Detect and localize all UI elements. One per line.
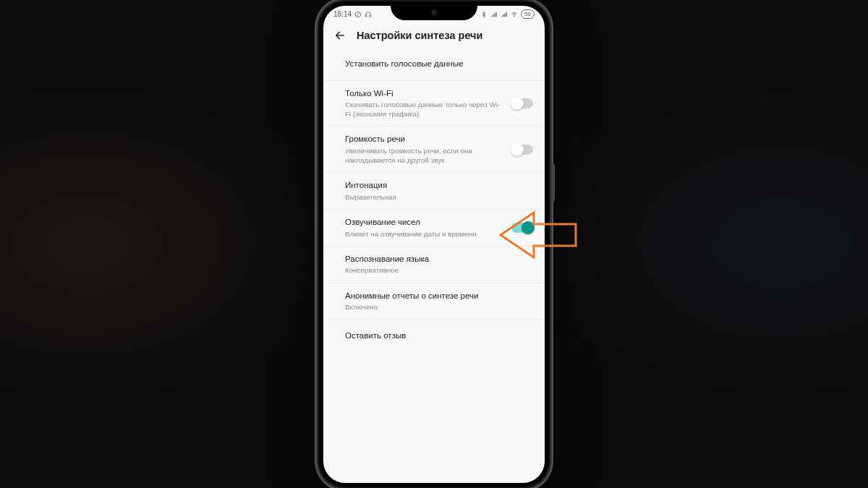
svg-line-1 bbox=[357, 12, 360, 16]
page-title: Настройки синтеза речи bbox=[357, 30, 482, 41]
setting-intonation[interactable]: Интонация Выразительная bbox=[323, 173, 545, 210]
signal-icon-2 bbox=[501, 11, 508, 18]
phone-frame: 18:14 bbox=[319, 1, 549, 487]
setting-install-voice-data[interactable]: Установить голосовые данные bbox=[323, 49, 545, 81]
battery-value: 59 bbox=[524, 10, 531, 18]
bluetooth-icon bbox=[480, 11, 488, 18]
setting-subtitle: Влияет на озвучивание даты и времени bbox=[345, 229, 504, 239]
toggle-wifi-only[interactable] bbox=[511, 98, 533, 108]
svg-rect-3 bbox=[370, 14, 371, 16]
setting-title: Оставить отзыв bbox=[345, 330, 533, 342]
setting-title: Только Wi-Fi bbox=[345, 88, 504, 100]
setting-title: Громкость речи bbox=[345, 134, 504, 145]
setting-subtitle: Выразительная bbox=[345, 192, 533, 202]
camera-dot bbox=[431, 9, 438, 16]
setting-subtitle: Скачивать голосовые данные только через … bbox=[345, 100, 504, 119]
toggle-number-pronunciation[interactable] bbox=[511, 223, 533, 233]
setting-title: Интонация bbox=[345, 180, 533, 192]
setting-speech-volume[interactable]: Громкость речи Увеличивать громкость реч… bbox=[323, 127, 545, 173]
display-notch bbox=[391, 6, 477, 20]
app-bar: Настройки синтеза речи bbox=[323, 23, 545, 49]
setting-subtitle: Увеличивать громкость речи, если она нак… bbox=[345, 146, 504, 165]
setting-anonymous-reports[interactable]: Анонимные отчеты о синтезе речи Включено bbox=[323, 283, 545, 320]
battery-indicator: 59 bbox=[521, 9, 535, 19]
phone-screen: 18:14 bbox=[323, 6, 545, 483]
setting-title: Распознавание языка bbox=[345, 254, 533, 265]
status-time: 18:14 bbox=[333, 10, 352, 18]
setting-subtitle: Консервативное bbox=[345, 265, 533, 275]
setting-title: Установить голосовые данные bbox=[345, 59, 533, 70]
headphones-icon bbox=[365, 11, 372, 18]
svg-rect-2 bbox=[365, 14, 367, 16]
setting-leave-feedback[interactable]: Оставить отзыв bbox=[323, 320, 545, 351]
setting-number-pronunciation[interactable]: Озвучивание чисел Влияет на озвучивание … bbox=[323, 210, 545, 247]
setting-language-detection[interactable]: Распознавание языка Консервативное bbox=[323, 247, 545, 283]
do-not-disturb-icon bbox=[354, 11, 362, 18]
signal-icon bbox=[490, 11, 498, 18]
setting-wifi-only[interactable]: Только Wi-Fi Скачивать голосовые данные … bbox=[323, 81, 545, 127]
setting-title: Анонимные отчеты о синтезе речи bbox=[345, 291, 533, 302]
toggle-speech-volume[interactable] bbox=[511, 145, 533, 155]
svg-point-4 bbox=[514, 16, 515, 17]
settings-list: Установить голосовые данные Только Wi-Fi… bbox=[323, 49, 545, 352]
back-icon[interactable] bbox=[333, 29, 346, 42]
setting-subtitle: Включено bbox=[345, 302, 533, 312]
wifi-icon bbox=[511, 11, 518, 18]
setting-title: Озвучивание чисел bbox=[345, 217, 504, 228]
